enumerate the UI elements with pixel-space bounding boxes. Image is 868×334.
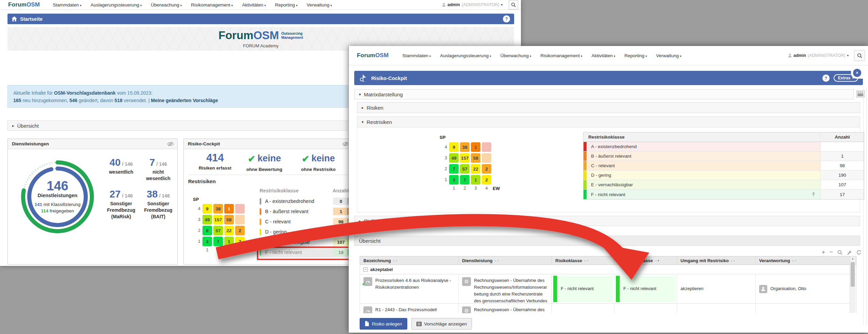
- matrix-cell[interactable]: 7: [460, 175, 470, 185]
- legend-row-e[interactable]: E - vernachlässigbar 107: [260, 237, 349, 247]
- risiken-collapsible[interactable]: ▸ Risiken: [357, 102, 860, 113]
- abweichend-collapsible[interactable]: ▸ Risiken mit abweichendem Bewertungssch…: [354, 216, 860, 226]
- matrix-cell[interactable]: 1: [471, 175, 480, 185]
- matrix-cell[interactable]: [235, 215, 245, 224]
- news-db-link[interactable]: OSM-Vorschlagsdatenbank: [54, 90, 116, 96]
- matrix-cell[interactable]: 58: [471, 153, 480, 163]
- class-row-c[interactable]: C - relevant 98: [584, 161, 864, 171]
- class-table-count-header[interactable]: Anzahl: [820, 132, 864, 142]
- matrix-cell[interactable]: 1: [224, 237, 234, 246]
- help-button[interactable]: ?: [822, 75, 830, 82]
- pin-icon[interactable]: [812, 192, 816, 197]
- nav-item-ueberwachung[interactable]: Überwachung▾: [500, 53, 531, 58]
- col-header-restrisikoklasse[interactable]: Restrisikoklasse▲▼: [615, 256, 677, 265]
- nav-item-ueberwachung[interactable]: Überwachung▾: [151, 2, 182, 7]
- search-button[interactable]: [854, 50, 865, 61]
- window-scroll-gutter[interactable]: [863, 87, 867, 325]
- matrix-cell[interactable]: 2: [482, 175, 491, 185]
- matrix-cell[interactable]: 38: [460, 142, 470, 152]
- nav-item-risikomanagement[interactable]: Risikomanagement▾: [540, 53, 582, 58]
- collapse-all-icon[interactable]: −: [830, 249, 833, 256]
- vorschlaege-anzeigen-button[interactable]: Vorschläge anzeigen: [411, 318, 472, 330]
- home-icon[interactable]: [12, 16, 17, 21]
- scroll-up-icon[interactable]: ▲: [850, 256, 855, 261]
- nav-item-verwaltung[interactable]: Verwaltung▾: [307, 2, 332, 7]
- matrix-cell[interactable]: 7: [213, 237, 223, 246]
- matrix-cell[interactable]: 22: [224, 226, 234, 235]
- matrix-cell[interactable]: 2: [235, 237, 245, 246]
- nav-item-aktivitaeten[interactable]: Aktivitäten▾: [242, 2, 266, 7]
- nav-item-stammdaten[interactable]: Stammdaten▾: [402, 53, 431, 58]
- class-row-e[interactable]: E - vernachlässigbar 107: [584, 180, 864, 190]
- expand-all-icon[interactable]: +: [822, 249, 825, 256]
- nav-item-reporting[interactable]: Reporting▾: [624, 53, 647, 58]
- class-row-b[interactable]: B - äußerst relevant 1: [584, 152, 864, 161]
- app-logo[interactable]: ForumOSM: [8, 1, 40, 8]
- legend-row-a[interactable]: A - existenzbedrohend 0: [260, 196, 349, 206]
- matrix-cell[interactable]: 1: [224, 204, 234, 213]
- nav-item-reporting[interactable]: Reporting▾: [275, 2, 297, 7]
- matrix-cell[interactable]: 2: [482, 164, 491, 174]
- class-row-d[interactable]: D - gering 190: [584, 171, 864, 180]
- close-button[interactable]: ×: [853, 69, 861, 77]
- matrix-cell[interactable]: 38: [213, 204, 223, 213]
- group-row-akzeptabel[interactable]: − akzeptabel: [360, 265, 856, 274]
- class-table-header[interactable]: Restrisikoklasse: [584, 132, 820, 142]
- risk-row-1[interactable]: ✔ Prozessrisiken 4.6 aus Risikoanalyse -…: [360, 274, 856, 304]
- col-header-umgang[interactable]: Umgang mit Restrisiko▲▼: [677, 256, 756, 265]
- search-icon[interactable]: [837, 250, 842, 255]
- changed-suggestions-link[interactable]: Meine geänderten Vorschläge: [151, 98, 218, 103]
- matrix-cell[interactable]: 9: [202, 204, 212, 213]
- nav-item-auslagerungssteuerung[interactable]: Auslagerungssteuerung▾: [440, 53, 491, 58]
- risk-row-2[interactable]: R1 - 2443 - Das Prozessmodell unterstütz…: [360, 304, 856, 313]
- matrix-cell[interactable]: [482, 153, 491, 163]
- legend-row-c[interactable]: C - relevant 98: [260, 217, 349, 227]
- help-button[interactable]: ?: [503, 15, 510, 22]
- nav-item-aktivitaeten[interactable]: Aktivitäten▾: [591, 53, 615, 58]
- search-button[interactable]: [509, 0, 518, 10]
- settings-wrench-icon[interactable]: [847, 250, 852, 255]
- matrix-cell[interactable]: 57: [213, 226, 223, 235]
- matrix-cell[interactable]: 157: [213, 215, 223, 224]
- legend-row-b[interactable]: B - äußerst relevant 1: [260, 206, 349, 217]
- app-logo[interactable]: ForumOSM: [357, 52, 389, 59]
- user-menu[interactable]: admin(ADMINISTRATOR) ▾: [788, 53, 849, 58]
- nav-item-risikomanagement[interactable]: Risikomanagement▾: [191, 2, 233, 7]
- matrixdarstellung-collapsible[interactable]: ▾ Matrixdarstellung: [354, 89, 854, 99]
- matrix-cell[interactable]: 9: [449, 142, 459, 152]
- matrix-cell[interactable]: 1: [471, 142, 480, 152]
- matrix-cell[interactable]: [235, 204, 245, 213]
- matrix-cell[interactable]: 7: [449, 164, 459, 174]
- matrix-cell[interactable]: 49: [449, 153, 459, 163]
- matrix-cell[interactable]: 3: [449, 175, 459, 185]
- matrix-cell[interactable]: 57: [460, 164, 470, 174]
- restrisiken-collapsible[interactable]: ▾ Restrisiken: [357, 116, 860, 127]
- col-header-dienstleistung[interactable]: Dienstleistung▲▼: [459, 256, 552, 265]
- class-row-a[interactable]: A - existenzbedrohend: [584, 142, 864, 152]
- hide-widget-icon[interactable]: [342, 142, 349, 146]
- nav-item-stammdaten[interactable]: Stammdaten▾: [53, 2, 81, 7]
- matrix-cell[interactable]: 49: [202, 215, 212, 224]
- matrix-cell[interactable]: 2: [235, 226, 245, 235]
- col-header-verantwortung[interactable]: Verantwortung▲▼: [756, 256, 856, 265]
- matrix-cell[interactable]: [482, 142, 491, 152]
- hide-widget-icon[interactable]: [167, 142, 174, 146]
- refresh-icon[interactable]: [856, 250, 862, 255]
- scrollbar-thumb[interactable]: [851, 262, 855, 287]
- nav-item-verwaltung[interactable]: Verwaltung▾: [656, 53, 681, 58]
- table-scrollbar[interactable]: ▲: [850, 256, 855, 313]
- nav-item-auslagerungssteuerung[interactable]: Auslagerungssteuerung▾: [91, 2, 142, 7]
- col-header-risikoklasse[interactable]: Risikoklasse▲▼: [552, 256, 615, 265]
- uebersicht-section-bar[interactable]: Übersicht: [354, 236, 860, 246]
- matrix-cell[interactable]: 157: [460, 153, 470, 163]
- collapse-group-icon[interactable]: −: [363, 267, 368, 272]
- risiko-anlegen-button[interactable]: Risiko anlegen: [360, 318, 407, 330]
- matrix-cell[interactable]: 58: [224, 215, 234, 224]
- legend-row-d[interactable]: D - gering 190: [260, 227, 349, 237]
- class-row-f[interactable]: F - nicht relevant 17: [584, 190, 864, 199]
- matrix-cell[interactable]: 3: [202, 237, 212, 246]
- matrix-cell[interactable]: 22: [471, 164, 480, 174]
- matrix-cell[interactable]: 8: [202, 226, 212, 235]
- user-menu[interactable]: admin(ADMINISTRATOR) ▾: [442, 2, 503, 7]
- col-header-bezeichnung[interactable]: Bezeichnung▲▼: [360, 256, 459, 265]
